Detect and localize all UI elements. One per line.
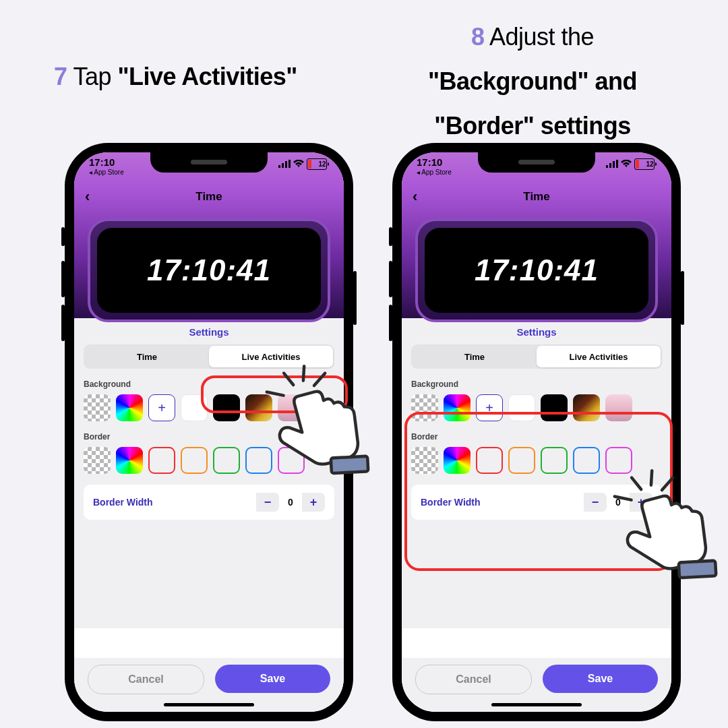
bd-transparent[interactable] <box>411 447 438 474</box>
border-width-label: Border Width <box>93 497 153 508</box>
step-number: 7 <box>54 63 67 90</box>
svg-rect-5 <box>609 163 611 168</box>
bg-gradient-1[interactable] <box>573 394 600 421</box>
cellular-icon <box>278 158 291 170</box>
cellular-icon <box>606 158 618 170</box>
bd-green[interactable] <box>213 447 240 474</box>
bg-add[interactable]: + <box>148 394 175 421</box>
bg-colorpicker[interactable] <box>444 394 471 421</box>
home-indicator[interactable] <box>164 703 254 706</box>
svg-rect-2 <box>285 161 287 168</box>
svg-rect-7 <box>616 160 618 168</box>
tab-time[interactable]: Time <box>413 346 537 367</box>
bg-add[interactable]: + <box>476 394 503 421</box>
save-button[interactable]: Save <box>215 665 330 693</box>
home-indicator[interactable] <box>491 703 582 706</box>
bg-transparent[interactable] <box>411 394 438 421</box>
svg-rect-3 <box>289 160 291 168</box>
page-title: Time <box>413 190 661 204</box>
bg-colorpicker[interactable] <box>116 394 143 421</box>
svg-rect-17 <box>679 561 717 578</box>
tab-live-activities[interactable]: Live Activities <box>537 346 661 367</box>
svg-line-11 <box>311 373 327 386</box>
wifi-icon <box>293 158 304 170</box>
bd-orange[interactable] <box>181 447 208 474</box>
phone-mockup-8: 17:10 ◂ App Store 12 ‹ Time 17:10:41 Set… <box>392 143 681 721</box>
bd-colorpicker[interactable] <box>116 447 143 474</box>
back-to-appstore[interactable]: ◂ App Store <box>89 169 124 176</box>
bd-transparent[interactable] <box>84 447 111 474</box>
stepper-minus[interactable]: − <box>256 493 279 512</box>
battery-icon: 12 <box>307 158 329 170</box>
step-number: 8 <box>471 23 485 51</box>
bg-black[interactable] <box>213 394 240 421</box>
bg-white[interactable] <box>508 394 535 421</box>
svg-line-15 <box>615 493 632 504</box>
bg-transparent[interactable] <box>84 394 111 421</box>
svg-rect-4 <box>606 165 608 168</box>
notch <box>478 152 595 173</box>
tab-live-activities[interactable]: Live Activities <box>209 346 333 367</box>
svg-line-16 <box>659 478 675 490</box>
bd-blue[interactable] <box>573 447 600 474</box>
bd-green[interactable] <box>541 447 568 474</box>
bd-magenta[interactable] <box>605 447 632 474</box>
cancel-button[interactable]: Cancel <box>88 665 204 694</box>
bg-black[interactable] <box>541 394 568 421</box>
svg-rect-12 <box>331 456 369 473</box>
bg-gradient-2[interactable] <box>605 394 632 421</box>
page-title: Time <box>85 190 333 204</box>
border-label: Border <box>411 432 662 442</box>
wifi-icon <box>621 158 632 170</box>
bd-orange[interactable] <box>508 447 535 474</box>
widget-preview: 17:10:41 <box>88 218 330 322</box>
notch <box>150 152 268 173</box>
svg-rect-1 <box>282 163 284 168</box>
svg-line-10 <box>267 388 284 400</box>
widget-time: 17:10:41 <box>147 253 271 287</box>
caption-8: 8 Adjust the "Background" and "Border" s… <box>374 15 691 148</box>
stepper-minus[interactable]: − <box>584 493 607 512</box>
caption-7: 7 Tap "Live Activities" <box>54 63 297 91</box>
status-time: 17:10 <box>89 156 124 168</box>
battery-icon: 12 <box>634 158 657 170</box>
bd-red[interactable] <box>148 447 175 474</box>
cancel-button[interactable]: Cancel <box>415 665 532 694</box>
svg-rect-6 <box>613 161 615 168</box>
save-button[interactable]: Save <box>543 665 658 693</box>
border-width-label: Border Width <box>421 497 481 508</box>
status-time: 17:10 <box>417 156 452 168</box>
widget-time: 17:10:41 <box>475 253 599 287</box>
bd-blue[interactable] <box>245 447 272 474</box>
bd-red[interactable] <box>476 447 503 474</box>
bg-white[interactable] <box>181 394 208 421</box>
hero-area: 17:10 ◂ App Store 12 ‹ <box>74 152 344 318</box>
background-label: Background <box>411 380 662 389</box>
segment-control: Time Live Activities <box>84 344 334 369</box>
svg-rect-0 <box>278 165 280 168</box>
tab-time[interactable]: Time <box>85 346 209 367</box>
back-to-appstore[interactable]: ◂ App Store <box>417 169 452 176</box>
bd-colorpicker[interactable] <box>444 447 471 474</box>
